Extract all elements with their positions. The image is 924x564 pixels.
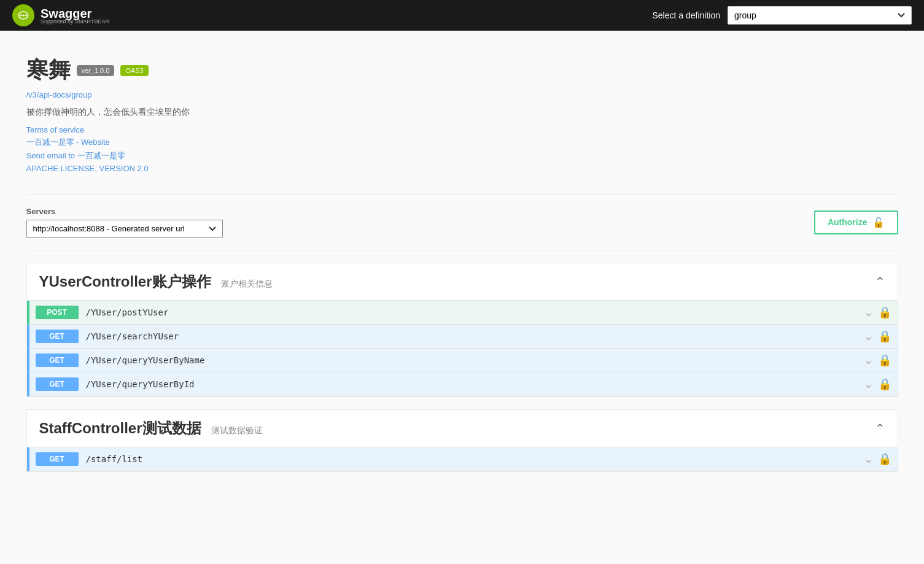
info-section: 寒舞 ver_1.0.0 OAS3 /v3/api-docs/group 被你撑… <box>26 43 898 195</box>
controller-title-staff: StaffController测试数据 <box>39 420 201 436</box>
logo: Swagger Supported by SMARTBEAR <box>12 4 109 26</box>
chevron-up-icon: ⌃ <box>875 274 885 289</box>
email-link[interactable]: Send email to 一百减一是零 <box>26 150 898 161</box>
api-description: 被你撑做神明的人，怎会低头看尘埃里的你 <box>26 107 898 118</box>
license-link[interactable]: APACHE LICENSE, VERSION 2.0 <box>26 164 898 173</box>
logo-subtitle: Supported by SMARTBEAR <box>41 18 109 25</box>
method-badge-get-search: GET <box>36 330 79 343</box>
controller-subtitle-yuser: 账户相关信息 <box>221 279 273 288</box>
terms-of-service-link[interactable]: Terms of service <box>26 125 898 134</box>
servers-section: Servers http://localhost:8088 - Generate… <box>26 195 898 250</box>
authorize-button[interactable]: Authorize 🔓 <box>814 211 898 234</box>
main-content: 寒舞 ver_1.0.0 OAS3 /v3/api-docs/group 被你撑… <box>14 31 910 484</box>
chevron-up-icon-staff: ⌃ <box>875 421 885 436</box>
method-badge-get-byname: GET <box>36 353 79 367</box>
lock-icon: 🔓 <box>872 217 885 228</box>
svg-point-1 <box>23 15 25 17</box>
header-right: Select a definition group <box>652 6 912 25</box>
controller-section-staff: StaffController测试数据 测试数据验证 ⌃ GET /staff/… <box>26 409 898 472</box>
servers-left: Servers http://localhost:8088 - Generate… <box>26 207 223 238</box>
method-badge-get-byid: GET <box>36 377 79 391</box>
definition-select[interactable]: group <box>728 6 912 25</box>
lock-icon-post: 🔒 <box>878 306 891 319</box>
chevron-down-icon: ⌄ <box>864 452 873 466</box>
servers-label: Servers <box>26 207 223 216</box>
chevron-down-icon: ⌄ <box>864 377 873 391</box>
svg-point-0 <box>20 15 22 17</box>
select-definition-label: Select a definition <box>652 10 720 20</box>
servers-select[interactable]: http://localhost:8088 - Generated server… <box>26 220 223 238</box>
authorize-label: Authorize <box>828 217 868 227</box>
header: Swagger Supported by SMARTBEAR Select a … <box>0 0 924 31</box>
method-badge-get-staff: GET <box>36 452 79 466</box>
logo-icon <box>12 4 34 26</box>
controller-section-yuser: YUserController账户操作 账户相关信息 ⌃ POST /YUser… <box>26 263 898 397</box>
lock-icon-search: 🔒 <box>878 330 891 343</box>
controller-header-staff[interactable]: StaffController测试数据 测试数据验证 ⌃ <box>27 410 898 447</box>
controller-title-yuser: YUserController账户操作 <box>39 273 211 290</box>
endpoint-path-byname: /YUser/queryYUserByName <box>86 355 864 365</box>
svg-point-2 <box>25 15 27 17</box>
badge-oas: OAS3 <box>120 65 148 76</box>
app-title: 寒舞 <box>26 55 71 85</box>
chevron-down-icon: ⌄ <box>864 306 873 319</box>
badge-version: ver_1.0.0 <box>77 65 115 76</box>
chevron-down-icon: ⌄ <box>864 353 873 367</box>
controller-subtitle-staff: 测试数据验证 <box>211 425 263 435</box>
endpoint-get-staff-list[interactable]: GET /staff/list ⌄ 🔒 <box>27 447 898 471</box>
endpoint-path-byid: /YUser/queryYUserById <box>86 379 864 389</box>
chevron-down-icon: ⌄ <box>864 330 873 343</box>
method-badge-post: POST <box>36 306 79 319</box>
lock-icon-staff: 🔒 <box>878 452 891 466</box>
api-url-link[interactable]: /v3/api-docs/group <box>26 90 898 99</box>
endpoint-path-staff-list: /staff/list <box>86 454 864 464</box>
endpoint-path-post: /YUser/postYUser <box>86 307 864 317</box>
controller-header-yuser[interactable]: YUserController账户操作 账户相关信息 ⌃ <box>27 263 898 301</box>
app-title-row: 寒舞 ver_1.0.0 OAS3 <box>26 55 898 85</box>
endpoint-path-search: /YUser/searchYUser <box>86 331 864 341</box>
endpoint-get-search[interactable]: GET /YUser/searchYUser ⌄ 🔒 <box>27 325 898 349</box>
website-link[interactable]: 一百减一是零 - Website <box>26 137 898 148</box>
lock-icon-byid: 🔒 <box>878 377 891 391</box>
lock-icon-byname: 🔒 <box>878 353 891 367</box>
endpoint-post-yuser[interactable]: POST /YUser/postYUser ⌄ 🔒 <box>27 301 898 325</box>
info-links: Terms of service 一百减一是零 - Website Send e… <box>26 125 898 173</box>
endpoint-get-byname[interactable]: GET /YUser/queryYUserByName ⌄ 🔒 <box>27 349 898 373</box>
endpoint-get-byid[interactable]: GET /YUser/queryYUserById ⌄ 🔒 <box>27 373 898 396</box>
